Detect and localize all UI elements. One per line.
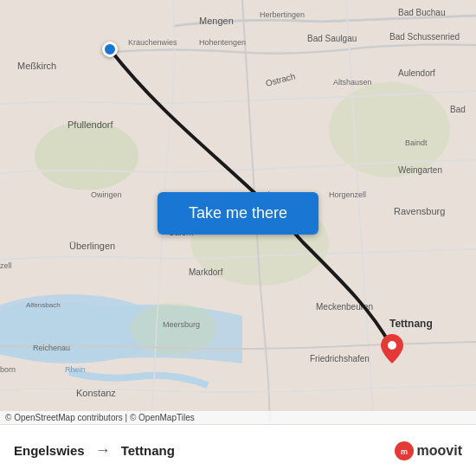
route-origin: Engelswies [14, 443, 85, 458]
svg-text:Pfullendorf: Pfullendorf [68, 119, 114, 130]
svg-text:m: m [401, 447, 408, 456]
svg-text:Meckenbeuren: Meckenbeuren [316, 302, 373, 312]
svg-text:Baindt: Baindt [405, 138, 428, 147]
svg-text:Tettnang: Tettnang [389, 318, 433, 330]
svg-text:Weingarten: Weingarten [398, 165, 442, 175]
svg-text:Meersburg: Meersburg [163, 320, 200, 329]
svg-text:Owingen: Owingen [91, 190, 122, 199]
destination-marker [381, 334, 403, 363]
svg-point-3 [35, 121, 138, 190]
moovit-brand-name: moovit [417, 443, 462, 459]
svg-text:Alfensbach: Alfensbach [26, 301, 61, 309]
take-me-there-button[interactable]: Take me there [158, 192, 318, 235]
origin-marker [102, 42, 118, 57]
svg-text:Friedrichshafen: Friedrichshafen [310, 354, 370, 363]
svg-text:zell: zell [0, 261, 12, 270]
bottom-bar: Engelswies → Tettnang m moovit [0, 424, 476, 476]
svg-text:Bad: Bad [450, 105, 466, 114]
svg-text:Horgenzell: Horgenzell [329, 190, 366, 199]
svg-text:Bad Buchau: Bad Buchau [398, 8, 446, 17]
attribution-text: © OpenStreetMap contributors | © OpenMap… [5, 413, 195, 422]
svg-text:Rhein: Rhein [65, 365, 86, 374]
route-arrow: → [95, 441, 111, 460]
svg-text:Markdorf: Markdorf [189, 267, 223, 277]
svg-text:Überlingen: Überlingen [69, 241, 115, 251]
svg-text:Hohentengen: Hohentengen [199, 38, 246, 47]
map-attribution: © OpenStreetMap contributors | © OpenMap… [0, 411, 476, 424]
svg-text:Meßkirch: Meßkirch [17, 61, 56, 71]
svg-text:Reichenau: Reichenau [33, 344, 70, 352]
svg-text:Konstanz: Konstanz [76, 388, 116, 398]
route-destination: Tettnang [121, 443, 175, 458]
svg-text:Altshausen: Altshausen [333, 78, 372, 87]
moovit-icon: m [395, 441, 414, 460]
svg-text:Ravensburg: Ravensburg [394, 206, 445, 216]
svg-text:Aulendorf: Aulendorf [398, 68, 435, 78]
svg-text:born: born [0, 365, 16, 374]
route-info: Engelswies → Tettnang [14, 441, 175, 460]
svg-point-40 [388, 341, 396, 350]
svg-text:Bad Schussenried: Bad Schussenried [389, 32, 460, 42]
moovit-logo: m moovit [395, 441, 462, 460]
map-container: Mengen Herbertingen Bad Buchau Krauchenw… [0, 0, 476, 424]
svg-text:Bad Saulgau: Bad Saulgau [307, 34, 357, 43]
svg-text:Mengen: Mengen [199, 16, 234, 26]
svg-text:Herbertingen: Herbertingen [260, 10, 305, 19]
svg-text:Krauchenwies: Krauchenwies [128, 38, 177, 47]
